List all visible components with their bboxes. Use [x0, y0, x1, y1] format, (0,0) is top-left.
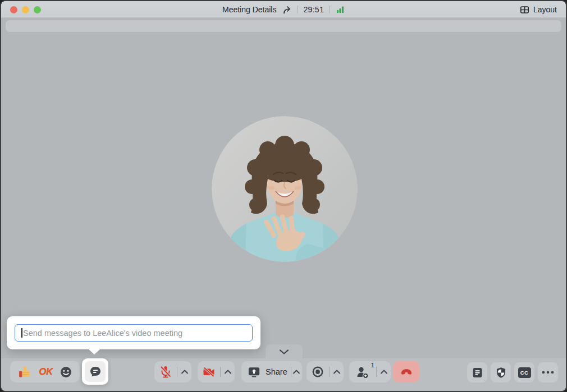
share-options-button[interactable]	[291, 361, 302, 382]
participant-avatar	[212, 116, 358, 262]
titlebar-separator	[297, 6, 298, 13]
leave-meeting-button[interactable]	[393, 361, 419, 382]
message-input[interactable]	[15, 324, 253, 342]
camera-options-button[interactable]	[221, 361, 235, 382]
thumbs-up-reaction-button[interactable]	[17, 365, 32, 379]
security-shield-icon	[495, 367, 507, 379]
meeting-timer: 29:51	[303, 5, 324, 14]
record-control	[307, 361, 344, 382]
start-video-button[interactable]	[198, 361, 220, 382]
hangup-phone-icon	[399, 365, 414, 379]
meeting-details-label[interactable]: Meeting Details	[222, 5, 277, 14]
ok-reaction-button[interactable]: OK	[39, 366, 53, 377]
layout-grid-icon	[520, 5, 529, 15]
window-controls	[10, 1, 41, 18]
popup-tail	[89, 349, 100, 354]
ellipsis-icon	[542, 371, 554, 374]
record-icon	[310, 365, 325, 379]
network-signal-icon[interactable]	[336, 5, 345, 14]
microphone-options-button[interactable]	[177, 361, 191, 382]
chat-bubble-icon	[89, 365, 102, 379]
camera-control	[198, 361, 235, 382]
record-options-button[interactable]	[330, 361, 344, 382]
meeting-window: Meeting Details 29:51 Layout	[0, 0, 567, 392]
meeting-info-bar: Meeting Details 29:51	[222, 1, 345, 18]
chevron-up-icon	[292, 369, 300, 375]
zoom-window-button[interactable]	[34, 6, 41, 13]
share-screen-icon	[247, 365, 261, 379]
security-button[interactable]	[491, 362, 511, 382]
title-bar: Meeting Details 29:51 Layout	[1, 1, 566, 18]
minimize-window-button[interactable]	[22, 6, 29, 13]
layout-button[interactable]: Layout	[520, 1, 557, 18]
add-reaction-smiley-button[interactable]	[60, 366, 72, 379]
chevron-down-icon	[278, 349, 290, 355]
chat-message-popup	[7, 316, 260, 349]
microphone-control	[154, 361, 191, 382]
camera-off-icon	[202, 365, 216, 379]
cc-icon: CC	[518, 367, 531, 378]
share-label[interactable]: Share	[266, 367, 287, 376]
chat-button[interactable]	[85, 361, 106, 382]
layout-label: Layout	[533, 5, 557, 14]
participant-count-badge: 1	[371, 362, 374, 368]
video-stage	[1, 19, 566, 358]
captions-button[interactable]: CC	[514, 362, 534, 382]
unmute-button[interactable]	[154, 361, 177, 382]
chevron-up-icon	[380, 369, 388, 375]
collapsed-filmstrip[interactable]	[6, 20, 561, 32]
notes-icon	[472, 367, 483, 379]
add-participant-icon	[356, 366, 369, 379]
close-window-button[interactable]	[10, 6, 17, 13]
chevron-up-icon	[333, 369, 341, 375]
message-input-wrap	[15, 324, 253, 342]
share-meeting-icon[interactable]	[282, 5, 291, 15]
participants-control: 1	[349, 361, 391, 382]
participants-button[interactable]: 1	[349, 361, 376, 382]
participants-options-button[interactable]	[377, 361, 391, 382]
chevron-up-icon	[224, 369, 232, 375]
meeting-toolbar: OK	[1, 358, 566, 391]
notes-button[interactable]	[467, 362, 487, 382]
microphone-muted-icon	[158, 365, 173, 379]
text-caret	[21, 328, 22, 338]
titlebar-separator	[330, 6, 330, 13]
toolbar-collapse-tab[interactable]	[266, 344, 303, 359]
chevron-up-icon	[181, 369, 189, 375]
quick-reactions-bar: OK	[10, 361, 80, 382]
share-control: Share	[241, 361, 302, 382]
chat-button-spotlight	[82, 358, 108, 385]
record-button[interactable]	[307, 361, 329, 382]
more-options-button[interactable]	[538, 362, 558, 382]
